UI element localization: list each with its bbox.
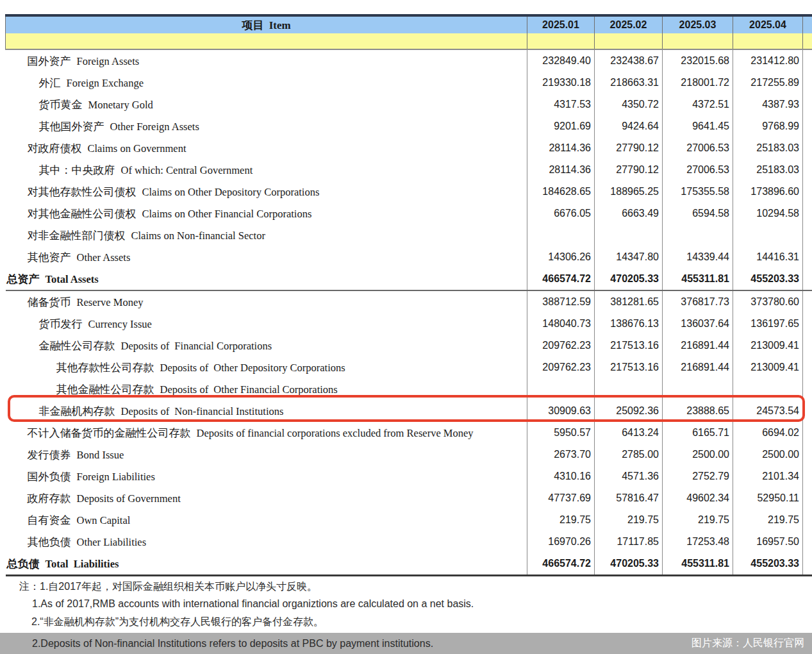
clipped-cell	[803, 268, 812, 290]
row-label-zh: 外汇	[39, 77, 61, 89]
cell-value: 219.75	[663, 509, 733, 531]
cell-value: 14306.26	[527, 246, 595, 268]
cell-value: 25183.03	[733, 137, 803, 159]
row-label-zh: 其他金融性公司存款	[56, 383, 154, 396]
clipped-cell	[803, 378, 812, 400]
cell-value: 2785.00	[595, 444, 663, 465]
cell-value	[733, 378, 803, 400]
table-row: 外汇Foreign Exchange219330.18218663.312180…	[6, 72, 812, 94]
cell-value: 16957.50	[733, 531, 803, 553]
row-label-zh: 对其他存款性公司债权	[28, 186, 137, 198]
row-label-en: Monetary Gold	[88, 99, 153, 111]
note-zh-1: 注：1.自2017年起，对国际金融组织相关本币账户以净头寸反映。	[19, 580, 317, 594]
cell-value: 232849.40	[527, 49, 595, 72]
row-label-zh: 发行债券	[28, 449, 71, 461]
table-row: 储备货币Reserve Money388712.59381281.6537681…	[6, 290, 812, 313]
table-row: 其中：中央政府Of which: Central Government28114…	[6, 159, 812, 181]
cell-value: 14347.80	[595, 246, 663, 268]
month-column-header: 2025.04	[733, 15, 803, 33]
image-source-credit: 图片来源：人民银行官网	[692, 637, 804, 650]
cell-value: 455203.33	[733, 268, 803, 290]
clipped-cell	[803, 531, 812, 553]
cell-value	[733, 224, 803, 246]
clipped-cell	[803, 509, 812, 531]
cell-value: 49602.34	[663, 487, 733, 509]
table-body: 国外资产Foreign Assets232849.40232438.672320…	[6, 49, 812, 576]
row-label-zh: 其他存款性公司存款	[56, 362, 154, 374]
row-label-zh: 非金融机构存款	[39, 405, 115, 417]
cell-value: 17117.85	[595, 531, 663, 553]
cell-value: 455311.81	[663, 268, 733, 290]
table-row: 总资产Total Assets466574.72470205.33455311.…	[6, 268, 812, 290]
clipped-cell	[803, 137, 812, 159]
subheader-cell	[733, 33, 803, 49]
row-label-zh: 不计入储备货币的金融性公司存款	[28, 427, 191, 439]
cell-value: 6663.49	[595, 203, 663, 224]
row-label-en: Foreign Exchange	[67, 77, 144, 89]
table-row: 国外资产Foreign Assets232849.40232438.672320…	[6, 49, 812, 72]
subheader-row	[6, 33, 812, 49]
clipped-cell	[803, 181, 812, 203]
row-label: 货币发行Currency Issue	[6, 313, 527, 335]
clipped-cell	[803, 335, 812, 356]
cell-value: 30909.63	[527, 400, 595, 422]
cell-value: 388712.59	[527, 290, 595, 313]
clipped-cell	[803, 203, 812, 224]
table-row: 发行债券Bond Issue2673.702785.002500.002500.…	[6, 444, 812, 465]
month-column-header: 2025.01	[527, 15, 595, 33]
row-label-zh: 其他资产	[28, 251, 71, 264]
row-label: 总资产Total Assets	[6, 268, 527, 290]
row-label-zh: 金融性公司存款	[39, 340, 115, 352]
cell-value: 9641.45	[663, 115, 733, 137]
row-label-en: Claims on Other Depository Corporations	[142, 186, 320, 198]
cell-value: 217513.16	[595, 335, 663, 356]
clipped-cell	[803, 49, 812, 72]
table-row: 自有资金Own Capital219.75219.75219.75219.75	[6, 509, 812, 531]
cell-value: 10294.58	[733, 203, 803, 224]
clipped-cell	[803, 553, 812, 576]
row-label-en: Other Foreign Assets	[110, 121, 199, 133]
cell-value: 6676.05	[527, 203, 595, 224]
row-label: 政府存款Deposits of Government	[6, 487, 527, 509]
row-label: 自有资金Own Capital	[6, 509, 527, 531]
cell-value: 219.75	[527, 509, 595, 531]
cell-value: 6165.71	[663, 422, 733, 444]
clipped-cell	[803, 400, 812, 422]
row-label-en: Total Assets	[46, 273, 99, 285]
cell-value: 216891.44	[663, 335, 733, 356]
cell-value: 219.75	[595, 509, 663, 531]
cell-value: 209762.23	[527, 356, 595, 378]
cell-value: 455203.33	[733, 553, 803, 576]
cell-value: 6594.58	[663, 203, 733, 224]
cell-value: 4350.72	[595, 94, 663, 115]
cell-value: 455311.81	[663, 553, 733, 576]
cell-value: 218663.31	[595, 72, 663, 94]
cell-value: 2673.70	[527, 444, 595, 465]
cell-value: 4387.93	[733, 94, 803, 115]
cell-value: 381281.65	[595, 290, 663, 313]
row-label-zh: 国外资产	[28, 55, 71, 67]
row-label-zh: 政府存款	[28, 492, 71, 505]
row-label-zh: 国外负债	[28, 471, 71, 483]
cell-value: 184628.65	[527, 181, 595, 203]
row-label-en: Currency Issue	[88, 318, 152, 330]
row-label: 其中：中央政府Of which: Central Government	[6, 159, 527, 181]
row-label-en: Reserve Money	[77, 296, 144, 308]
row-label-en: Total Liabilities	[46, 558, 119, 570]
cell-value: 470205.33	[595, 553, 663, 576]
row-label-zh: 对政府债权	[28, 142, 82, 155]
table-row: 对政府债权Claims on Government28114.3627790.1…	[6, 137, 812, 159]
cell-value: 23888.65	[663, 400, 733, 422]
cell-value: 138676.13	[595, 313, 663, 335]
row-label-en: Deposits of Other Depository Corporation…	[160, 362, 345, 374]
row-label: 其他负债Other Liabilities	[6, 531, 527, 553]
table-row: 不计入储备货币的金融性公司存款Deposits of financial cor…	[6, 422, 812, 444]
cell-value: 216891.44	[663, 356, 733, 378]
month-column-header: 2025.02	[595, 15, 663, 33]
row-label: 总负债Total Liabilities	[6, 553, 527, 576]
subheader-cell	[595, 33, 663, 49]
row-label: 货币黄金Monetary Gold	[6, 94, 527, 115]
row-label-en: Foreign Liabilities	[77, 471, 155, 483]
table-row: 其他存款性公司存款Deposits of Other Depository Co…	[6, 356, 812, 378]
cell-value: 232015.68	[663, 49, 733, 72]
